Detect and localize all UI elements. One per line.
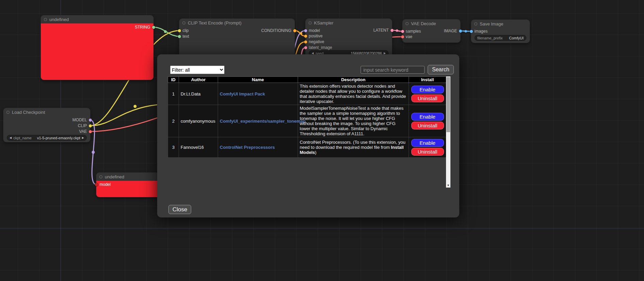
collapse-toggle-icon[interactable] — [6, 111, 10, 114]
enable-button[interactable]: Enable — [411, 113, 444, 121]
output-slot-image[interactable]: IMAGE — [444, 28, 460, 34]
collapse-toggle-icon[interactable] — [474, 22, 477, 25]
prev-arrow-icon[interactable]: ◀ — [10, 137, 12, 139]
text-slot-dot[interactable] — [178, 35, 181, 38]
extension-table-body: 1Dr.Lt.DataComfyUI Impact PackThis exten… — [168, 83, 446, 158]
row-name: ComfyUI Impact Pack — [218, 83, 298, 105]
close-button[interactable]: Close — [168, 205, 191, 214]
collapse-toggle-icon[interactable] — [182, 21, 185, 24]
model-slot-dot[interactable] — [304, 29, 307, 32]
input-slot-images[interactable]: images — [471, 29, 488, 34]
link-midpoint-dot — [465, 30, 467, 33]
clip-slot-dot[interactable] — [89, 124, 92, 127]
node-header[interactable]: KSampler — [306, 19, 392, 27]
column-header: Install — [409, 77, 446, 83]
input-slot-model[interactable]: model — [306, 28, 320, 33]
input-slot-samples[interactable]: samples — [402, 29, 421, 34]
node-header[interactable]: VAE Decode — [402, 19, 460, 28]
extension-link[interactable]: ComfyUI Impact Pack — [220, 91, 265, 96]
vae-slot-dot[interactable] — [401, 35, 404, 38]
input-slot-clip[interactable]: clip — [179, 28, 189, 33]
images-slot-dot[interactable] — [470, 30, 473, 33]
node-title: undefined — [105, 174, 124, 179]
input-slot-latent-image[interactable]: latent_image — [306, 45, 332, 50]
output-slot-clip[interactable]: CLIP — [78, 123, 90, 128]
filter-select[interactable]: Filter: all — [170, 66, 225, 74]
column-header: Name — [218, 77, 298, 83]
search-button[interactable]: Search — [428, 65, 454, 74]
node-load-checkpoint[interactable]: Load Checkpoint MODEL CLIP VAE ◀ ckpt_na… — [3, 108, 90, 142]
ckpt-name-widget[interactable]: ◀ ckpt_name v1-5-pruned-emaonly.ckpt ▶ — [7, 135, 87, 141]
slot-label: CLIP — [78, 123, 87, 128]
output-slot-latent[interactable]: LATENT — [373, 28, 392, 33]
uninstall-button[interactable]: Uninstall — [411, 94, 444, 102]
model-slot-dot[interactable] — [89, 119, 92, 122]
image-slot-dot[interactable] — [459, 30, 462, 33]
node-undefined-top[interactable]: undefined STRING — [41, 15, 153, 80]
negative-slot-dot[interactable] — [304, 40, 307, 43]
extension-link[interactable]: ControlNet Preprocessors — [220, 145, 275, 150]
row-description: This extension offers various detector n… — [298, 83, 409, 105]
slot-label: IMAGE — [444, 29, 457, 33]
node-undefined-bottom[interactable]: undefined model — [96, 173, 161, 197]
node-vae-decode[interactable]: VAE Decode samples vae IMAGE — [402, 19, 460, 42]
output-slot-string[interactable]: STRING — [135, 24, 153, 30]
row-description: ControlNet Preprocessors. (To use this e… — [298, 137, 409, 158]
collapse-toggle-icon[interactable] — [309, 21, 312, 24]
column-header: Author — [179, 77, 218, 83]
search-input[interactable] — [361, 66, 425, 74]
wire-conditioning-positive — [295, 31, 306, 36]
row-author: comfyanonymous — [179, 105, 218, 137]
scrollbar-thumb[interactable] — [446, 77, 450, 132]
table-header-row: IDAuthorNameDescriptionInstall — [168, 77, 446, 83]
slot-label: VAE — [79, 129, 87, 134]
input-slot-text[interactable]: text — [179, 34, 189, 39]
extension-link[interactable]: ComfyUI_experiments/sampler_tonemap — [220, 119, 306, 124]
row-id: 2 — [168, 105, 179, 137]
vae-slot-dot[interactable] — [89, 130, 92, 133]
uninstall-button[interactable]: Uninstall — [411, 122, 444, 129]
string-slot-dot[interactable] — [152, 26, 155, 29]
model-slot-dot[interactable] — [95, 183, 98, 186]
enable-button[interactable]: Enable — [411, 86, 444, 93]
extension-row: 2comfyanonymousComfyUI_experiments/sampl… — [168, 105, 446, 137]
row-author: Fannovel16 — [179, 137, 218, 158]
table-scrollbar[interactable]: ▼ — [446, 76, 450, 188]
link-midpoint-dot — [134, 105, 137, 108]
collapse-toggle-icon[interactable] — [99, 175, 102, 178]
output-slot-conditioning[interactable]: CONDITIONING — [261, 28, 295, 33]
node-header[interactable]: Load Checkpoint — [3, 108, 90, 116]
samples-slot-dot[interactable] — [401, 30, 404, 33]
output-slot-vae[interactable]: VAE — [79, 129, 90, 134]
row-install: EnableUninstall — [409, 83, 446, 105]
output-slot-model[interactable]: MODEL — [72, 117, 90, 123]
conditioning-slot-dot[interactable] — [293, 29, 296, 32]
node-header[interactable]: undefined — [41, 15, 153, 23]
uninstall-button[interactable]: Uninstall — [411, 148, 444, 156]
node-graph-canvas[interactable]: undefined STRING CLIP Text Encode (Promp… — [0, 0, 644, 281]
collapse-toggle-icon[interactable] — [406, 22, 409, 25]
node-title: Save Image — [480, 21, 503, 27]
extension-row: 1Dr.Lt.DataComfyUI Impact PackThis exten… — [168, 83, 446, 105]
node-save-image[interactable]: Save Image images filename_prefix ComfyU… — [471, 20, 530, 43]
input-slot-positive[interactable]: positive — [306, 33, 323, 39]
node-title: CLIP Text Encode (Prompt) — [188, 20, 242, 25]
filename-prefix-widget[interactable]: filename_prefix ComfyUI — [475, 35, 526, 41]
next-arrow-icon[interactable]: ▶ — [82, 137, 84, 139]
input-slot-vae[interactable]: vae — [402, 34, 412, 39]
widget-label: ckpt_name — [13, 136, 32, 140]
node-header[interactable]: Save Image — [471, 20, 530, 28]
latent-slot-dot[interactable] — [391, 29, 394, 32]
positive-slot-dot[interactable] — [304, 35, 307, 38]
latent-image-slot-dot[interactable] — [304, 46, 307, 49]
input-slot-model[interactable]: model — [96, 182, 111, 187]
clip-slot-dot[interactable] — [178, 29, 181, 32]
node-header[interactable]: CLIP Text Encode (Prompt) — [179, 19, 295, 27]
input-slot-negative[interactable]: negative — [306, 39, 324, 45]
scroll-down-arrow-icon[interactable]: ▼ — [446, 183, 450, 188]
collapse-toggle-icon[interactable] — [44, 18, 47, 21]
node-header[interactable]: undefined — [96, 173, 161, 181]
slot-label: positive — [309, 34, 323, 38]
enable-button[interactable]: Enable — [411, 139, 444, 147]
row-install: EnableUninstall — [409, 137, 446, 158]
